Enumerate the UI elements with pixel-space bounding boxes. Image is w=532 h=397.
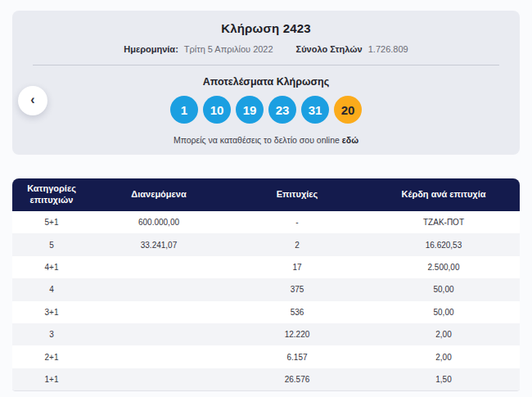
draw-date: Ημερομηνία: Τρίτη 5 Απριλίου 2022 — [124, 44, 273, 54]
cell-prize: 1,50 — [367, 375, 520, 384]
cell-category: 3+1 — [12, 308, 91, 317]
lottery-ball: 10 — [203, 96, 231, 124]
prize-table-header: Κατηγορίες επιτυχιών Διανεμόμενα Επιτυχί… — [12, 178, 520, 211]
cell-category: 5 — [12, 241, 91, 250]
cell-prize: 2,00 — [367, 330, 520, 339]
cell-winners: 12.220 — [227, 330, 367, 339]
cell-category: 5+1 — [12, 218, 91, 227]
header-categories: Κατηγορίες επιτυχιών — [12, 183, 91, 206]
cell-category: 3 — [12, 330, 91, 339]
previous-draw-button[interactable]: ‹ — [18, 86, 47, 115]
cell-winners: 26.576 — [227, 375, 367, 384]
table-row: 5+1600.000,00-ΤΖΑΚ-ΠΟΤ — [12, 211, 520, 233]
cell-category: 4 — [12, 285, 91, 294]
cell-category: 4+1 — [12, 263, 91, 272]
total-columns-value: 1.726.809 — [368, 44, 408, 54]
total-columns: Σύνολο Στηλών 1.726.809 — [296, 44, 408, 54]
chevron-left-icon: ‹ — [30, 93, 34, 106]
lottery-ball: 1 — [170, 96, 198, 124]
cell-prize: 2.500,00 — [367, 263, 520, 272]
table-row: 437550,00 — [12, 278, 520, 300]
draw-date-value: Τρίτη 5 Απριλίου 2022 — [184, 44, 273, 54]
header-distributed: Διανεμόμενα — [91, 189, 227, 201]
cell-winners: - — [227, 218, 367, 227]
table-row: 312.2202,00 — [12, 323, 520, 345]
header-prize: Κέρδη ανά επιτυχία — [367, 189, 520, 201]
draw-date-label: Ημερομηνία: — [124, 44, 178, 54]
cell-category: 2+1 — [12, 353, 91, 362]
table-row: 3+153650,00 — [12, 301, 520, 323]
cta-link-edo[interactable]: εδώ — [342, 135, 358, 145]
draw-title: Κλήρωση 2423 — [12, 11, 520, 35]
header-winners: Επιτυχίες — [227, 189, 367, 201]
prize-table-body: 5+1600.000,00-ΤΖΑΚ-ΠΟΤ533.241,07216.620,… — [12, 211, 520, 390]
cell-winners: 375 — [227, 285, 367, 294]
draw-meta: Ημερομηνία: Τρίτη 5 Απριλίου 2022 Σύνολο… — [12, 44, 520, 54]
table-row: 1+126.5761,50 — [12, 368, 520, 390]
prize-table: Κατηγορίες επιτυχιών Διανεμόμενα Επιτυχί… — [12, 178, 520, 391]
cell-prize: 16.620,53 — [367, 241, 520, 250]
results-title: Αποτελέσματα Κλήρωσης — [12, 76, 520, 88]
lottery-ball: 19 — [236, 96, 264, 124]
bonus-ball: 20 — [334, 96, 362, 124]
cell-prize: 2,00 — [367, 353, 520, 362]
cell-prize: 50,00 — [367, 308, 520, 317]
cell-distributed: 600.000,00 — [91, 218, 227, 227]
table-row: 4+1172.500,00 — [12, 256, 520, 278]
draw-card: Κλήρωση 2423 Ημερομηνία: Τρίτη 5 Απριλίο… — [12, 11, 520, 155]
cell-prize: ΤΖΑΚ-ΠΟΤ — [367, 218, 520, 227]
cell-winners: 536 — [227, 308, 367, 317]
cell-winners: 6.157 — [227, 353, 367, 362]
cell-category: 1+1 — [12, 375, 91, 384]
table-row: 533.241,07216.620,53 — [12, 233, 520, 255]
divider — [33, 65, 499, 65]
total-columns-label: Σύνολο Στηλών — [296, 44, 363, 54]
cta-text: Μπορείς να καταθέσεις το δελτίο σου onli… — [174, 135, 340, 145]
lottery-ball: 31 — [301, 96, 329, 124]
cta-line: Μπορείς να καταθέσεις το δελτίο σου onli… — [12, 135, 520, 145]
cell-winners: 2 — [227, 241, 367, 250]
cell-distributed: 33.241,07 — [91, 241, 227, 250]
cell-winners: 17 — [227, 263, 367, 272]
table-row: 2+16.1572,00 — [12, 345, 520, 368]
lottery-ball: 23 — [268, 96, 296, 124]
cell-prize: 50,00 — [367, 285, 520, 294]
winning-numbers: 11019233120 — [12, 96, 520, 124]
